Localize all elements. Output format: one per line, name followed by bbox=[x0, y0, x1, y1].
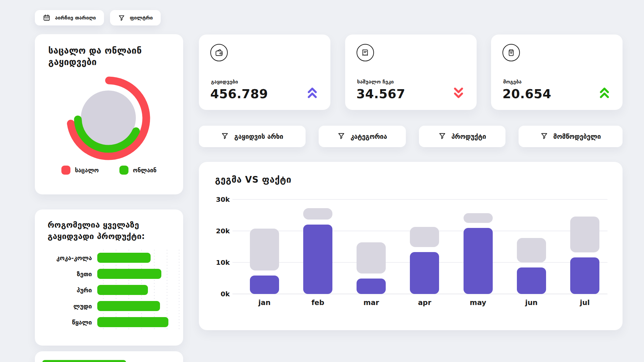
filter-chip-3[interactable]: პროდუქტი bbox=[419, 126, 505, 147]
calendar-icon bbox=[43, 14, 50, 21]
fact-bar bbox=[517, 267, 546, 294]
filter-chips-row: გაყიდვის არხიკატეგორიაპროდუქტიმომწოდებელ… bbox=[199, 126, 623, 147]
stat-value: 456.789 bbox=[210, 87, 268, 101]
fact-bar bbox=[464, 228, 493, 294]
plan-bar bbox=[303, 208, 332, 220]
month-column-may: may bbox=[462, 199, 494, 294]
funnel-icon bbox=[221, 132, 229, 141]
product-bar bbox=[97, 285, 148, 295]
y-tick-10k: 10k bbox=[215, 258, 230, 266]
filter-chip-label: მომწოდებელი bbox=[553, 133, 601, 140]
legend-item: ონლაინ bbox=[119, 166, 156, 175]
fact-bar bbox=[357, 279, 386, 294]
receipt-icon bbox=[357, 44, 374, 61]
product-row: კოკა-კოლა bbox=[46, 250, 174, 266]
product-bar bbox=[97, 253, 151, 263]
product-bar bbox=[97, 317, 168, 327]
donut-card-title: საცალო და ონლაინ გაყიდვები bbox=[48, 45, 169, 68]
month-column-jun: jun bbox=[516, 199, 547, 294]
product-row: ლუდი bbox=[46, 298, 174, 314]
legend-label: ონლაინ bbox=[133, 167, 156, 174]
filter-label: ფილტრი bbox=[130, 15, 153, 21]
stat-card-down: საშუალო ჩეკი 34.567 bbox=[345, 35, 477, 110]
toolbar: აირჩიე თარიღი ფილტრი bbox=[35, 10, 161, 25]
partial-bottom-card bbox=[35, 351, 183, 362]
month-label: feb bbox=[302, 299, 334, 307]
wallet-icon bbox=[210, 44, 228, 61]
stat-cards-row: გაყიდვები 456.789 საშუალო ჩეკი 34.567 მო… bbox=[199, 35, 623, 110]
legend-swatch bbox=[61, 166, 70, 175]
choose-date-label: აირჩიე თარიღი bbox=[55, 15, 96, 21]
donut-chart bbox=[56, 66, 160, 170]
retail-online-sales-card: საცალო და ონლაინ გაყიდვები საცალო ონლაინ bbox=[35, 34, 183, 194]
month-label: mar bbox=[355, 299, 387, 307]
plan-bar bbox=[570, 217, 599, 252]
filter-chip-2[interactable]: კატეგორია bbox=[319, 126, 406, 147]
dashboard-page: აირჩიე თარიღი ფილტრი საცალო და ონლაინ გა… bbox=[0, 0, 644, 362]
plan-vs-fact-title: გეგმა VS ფაქტი bbox=[215, 175, 291, 185]
donut-legend: საცალო ონლაინ bbox=[35, 166, 183, 175]
stat-card-up: გაყიდვები 456.789 bbox=[199, 35, 330, 110]
filter-chip-label: კატეგორია bbox=[351, 133, 387, 140]
top-products-card: როგომელია ყველაზე გაყიდვადი პროდუქტი: კო… bbox=[35, 209, 183, 346]
stat-label: მოგება bbox=[503, 79, 522, 85]
bag-icon bbox=[502, 44, 520, 61]
funnel-icon bbox=[118, 14, 125, 21]
legend-swatch bbox=[119, 166, 128, 175]
plan-vs-fact-card: გეგმა VS ფაქტი 0k10k20k30k jan feb mar a… bbox=[199, 162, 623, 330]
y-tick-20k: 20k bbox=[215, 227, 230, 235]
month-label: jul bbox=[569, 299, 601, 307]
month-label: jun bbox=[516, 299, 547, 307]
product-row: პური bbox=[46, 282, 174, 298]
product-label: ზეთი bbox=[46, 270, 97, 278]
product-bar bbox=[97, 269, 161, 279]
plan-vs-fact-plot: 0k10k20k30k jan feb mar apr may jun jul bbox=[215, 199, 607, 294]
filter-chip-1[interactable]: გაყიდვის არხი bbox=[199, 126, 306, 147]
fact-bar bbox=[303, 225, 332, 294]
plan-bar bbox=[517, 238, 546, 262]
trend-down-icon bbox=[452, 85, 465, 102]
choose-date-button[interactable]: აირჩიე თარიღი bbox=[35, 10, 104, 25]
month-column-apr: apr bbox=[409, 199, 440, 294]
product-label: კოკა-კოლა bbox=[46, 254, 97, 261]
filter-button[interactable]: ფილტრი bbox=[110, 10, 161, 25]
fact-bar bbox=[250, 276, 279, 294]
product-label: პური bbox=[46, 287, 97, 294]
filter-chip-label: პროდუქტი bbox=[451, 133, 486, 140]
trend-up-icon bbox=[598, 85, 611, 102]
product-row: ზეთი bbox=[46, 266, 174, 282]
month-column-jul: jul bbox=[569, 199, 601, 294]
legend-label: საცალო bbox=[75, 167, 99, 174]
stat-value: 34.567 bbox=[357, 87, 406, 101]
plan-bar bbox=[464, 213, 493, 223]
funnel-icon bbox=[337, 132, 345, 141]
stat-card-up: მოგება 20.654 bbox=[491, 35, 623, 110]
month-column-jan: jan bbox=[249, 199, 280, 294]
product-row: წყალი bbox=[46, 314, 174, 330]
stat-value: 20.654 bbox=[502, 87, 551, 101]
filter-chip-label: გაყიდვის არხი bbox=[234, 133, 283, 140]
partial-green-bar bbox=[42, 360, 126, 362]
top-products-title: როგომელია ყველაზე გაყიდვადი პროდუქტი: bbox=[48, 220, 175, 242]
fact-bar bbox=[410, 252, 439, 294]
plan-bar bbox=[357, 242, 386, 274]
fact-bar bbox=[570, 257, 599, 294]
product-label: წყალი bbox=[46, 319, 97, 326]
stat-label: გაყიდვები bbox=[211, 79, 238, 85]
product-bar bbox=[97, 301, 160, 311]
plan-bar bbox=[410, 227, 439, 247]
y-tick-0k: 0k bbox=[215, 290, 230, 298]
filter-chip-4[interactable]: მომწოდებელი bbox=[519, 126, 623, 147]
product-bars: კოკა-კოლა ზეთი პური ლუდი წყალი bbox=[46, 250, 174, 336]
month-label: apr bbox=[409, 299, 440, 307]
month-column-mar: mar bbox=[355, 199, 387, 294]
month-column-feb: feb bbox=[302, 199, 334, 294]
stat-label: საშუალო ჩეკი bbox=[357, 79, 394, 85]
plan-bar bbox=[250, 229, 279, 271]
month-label: may bbox=[462, 299, 494, 307]
funnel-icon bbox=[438, 132, 446, 141]
funnel-icon bbox=[540, 132, 548, 141]
trend-up-icon bbox=[306, 85, 319, 102]
product-label: ლუდი bbox=[46, 303, 97, 310]
legend-item: საცალო bbox=[61, 166, 99, 175]
